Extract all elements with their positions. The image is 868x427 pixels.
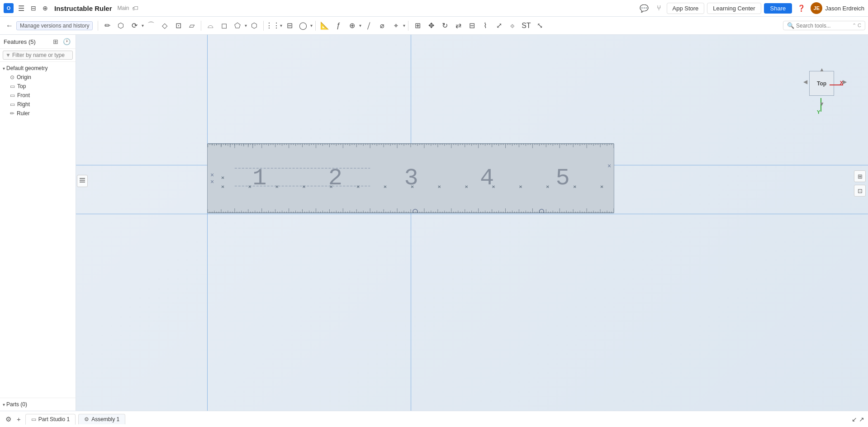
export-icon[interactable]: ↗ [859,416,864,423]
insert-button[interactable]: ⊞ [411,19,424,33]
sweep-button[interactable]: ⌒ [144,19,158,33]
tree-item-ruler[interactable]: ✏ Ruler [0,109,76,118]
svg-rect-18 [208,144,614,144]
learning-center-button[interactable]: Learning Center [707,3,761,14]
tab-part-studio[interactable]: ▭ Part Studio 1 [25,414,76,425]
assembly-icon: ⚙ [84,416,89,422]
chat-icon[interactable]: 💬 [637,3,651,14]
ruler-body: 1 2 3 4 5 [208,153,614,204]
filter-input-wrap: ▼ [3,51,73,60]
crosshair-vertical-right [411,35,411,411]
replace-button[interactable]: ⇄ [451,19,465,33]
variable-button[interactable]: ƒ [332,19,345,33]
split-button[interactable]: ⧸ [362,19,375,33]
ruler-num-3: 3 [404,165,417,192]
transform-button[interactable]: ↻ [438,19,451,33]
mirror-button[interactable]: ⊟ [283,19,296,33]
manage-versions-button[interactable]: Manage versions and history [16,21,93,30]
measure-button[interactable]: 📐 [318,19,332,33]
fit-button[interactable]: ⤡ [533,19,546,33]
tab-assembly[interactable]: ⚙ Assembly 1 [78,414,125,424]
pattern-arrow[interactable]: ▾ [280,23,283,28]
tree-item-top-label: Top [17,83,26,89]
app-logo[interactable]: O [4,3,14,13]
revolve-group: ⟳ ▾ [128,19,144,33]
move-button[interactable]: ✥ [424,19,438,33]
draft-arrow[interactable]: ▾ [244,23,247,28]
cube-nav-up[interactable]: ▲ [819,66,825,73]
bottom-add-button[interactable]: + [15,414,23,424]
thread-button[interactable]: ⌇ [479,19,492,33]
wrap-button[interactable]: ⌀ [375,19,389,33]
pattern-button[interactable]: ⋮⋮ [266,19,280,33]
document-title: Instructable Ruler [54,5,112,12]
import-icon[interactable]: ↙ [852,416,857,423]
default-geometry-group[interactable]: ▾ Default geometry [0,64,76,73]
parts-group-label[interactable]: ▾ Parts (0) [0,400,76,409]
revolve-button[interactable]: ⟳ [128,19,141,33]
repair-button[interactable]: ⟐ [506,19,519,33]
right-side-panel: ⊞ ⊡ [854,170,866,197]
bottom-right-icons: ↙ ↗ [852,416,864,423]
section-button[interactable]: ⊟ [465,19,479,33]
fillet-button[interactable]: ⌓ [204,19,217,33]
helix-button[interactable]: ⌖ [389,19,403,33]
bottom-icons: ⚙ + [4,414,23,424]
search-tools-container: 🔍 ⌃ C [783,21,865,30]
toolbar-sep-3 [263,21,264,31]
boolean-arrow[interactable]: ▾ [310,23,313,28]
toolbar-sep-2 [201,21,201,31]
filter-input[interactable] [12,52,70,58]
revolve-arrow[interactable]: ▾ [141,23,144,28]
tree-item-origin[interactable]: ⊙ Origin [0,73,76,82]
list-icon [79,177,86,184]
username[interactable]: Jason Erdreich [825,5,864,12]
bottom-settings-icon[interactable]: ⚙ [4,414,13,424]
side-btn-2[interactable]: ⊡ [854,185,866,197]
search-tools-input[interactable] [796,23,850,29]
tag-icon[interactable]: 🏷 [132,5,138,12]
hamburger-menu[interactable]: ☰ [16,3,26,14]
app-store-button[interactable]: App Store [667,3,705,14]
cube-nav-down[interactable]: ▼ [819,101,825,107]
main-area: Features (5) ⊞ 🕐 ▼ ▾ Default geometry ⊙ … [0,35,868,411]
viewport[interactable]: × × × × × × × [76,35,868,411]
main-toolbar: ← Manage versions and history ✏ ⬡ ⟳ ▾ ⌒ … [0,17,868,35]
draft-button[interactable]: ⬠ [231,19,244,33]
copy-feature-icon[interactable]: ⊞ [52,38,60,46]
chamfer-button[interactable]: ◻ [217,19,231,33]
mate-button[interactable]: ⊕ [345,19,359,33]
sketch-button[interactable]: ✏ [100,19,114,33]
side-btn-1[interactable]: ⊞ [854,170,866,182]
tree-icon[interactable]: ⊟ [29,4,38,13]
cube-nav-right[interactable]: ▶ [843,79,847,85]
mate-arrow[interactable]: ▾ [359,23,362,28]
deform-button[interactable]: ⤢ [492,19,506,33]
direct-edit-button[interactable]: ST [519,19,533,33]
list-icon-btn[interactable] [77,175,88,187]
logo-icon: O [4,3,14,13]
cube-nav-left[interactable]: ◀ [803,79,807,85]
cube-face-label: Top [817,80,826,87]
tree-item-top[interactable]: ▭ Top [0,82,76,91]
parts-section: ▾ Parts (0) [0,398,76,411]
helix-arrow[interactable]: ▾ [403,23,406,28]
back-button[interactable]: ← [3,19,16,33]
tree-item-front[interactable]: ▭ Front [0,91,76,100]
boolean-button[interactable]: ◯ [296,19,310,33]
loft-button[interactable]: ◇ [158,19,171,33]
branch-icon[interactable]: ⑂ [654,3,664,13]
svg-rect-19 [208,212,614,213]
offset-button[interactable]: ⊡ [171,19,185,33]
plane-button[interactable]: ▱ [185,19,199,33]
shell-button[interactable]: ⬡ [247,19,261,33]
cube-face[interactable]: Top [809,71,834,96]
history-icon[interactable]: 🕐 [62,38,72,46]
avatar[interactable]: JE [811,2,822,14]
add-icon[interactable]: ⊕ [41,4,50,13]
help-button[interactable]: ❓ [795,4,808,13]
share-button[interactable]: Share [764,3,792,14]
tree-item-right[interactable]: ▭ Right [0,100,76,109]
part-studio-icon: ▭ [31,416,36,422]
extrude-button[interactable]: ⬡ [114,19,128,33]
